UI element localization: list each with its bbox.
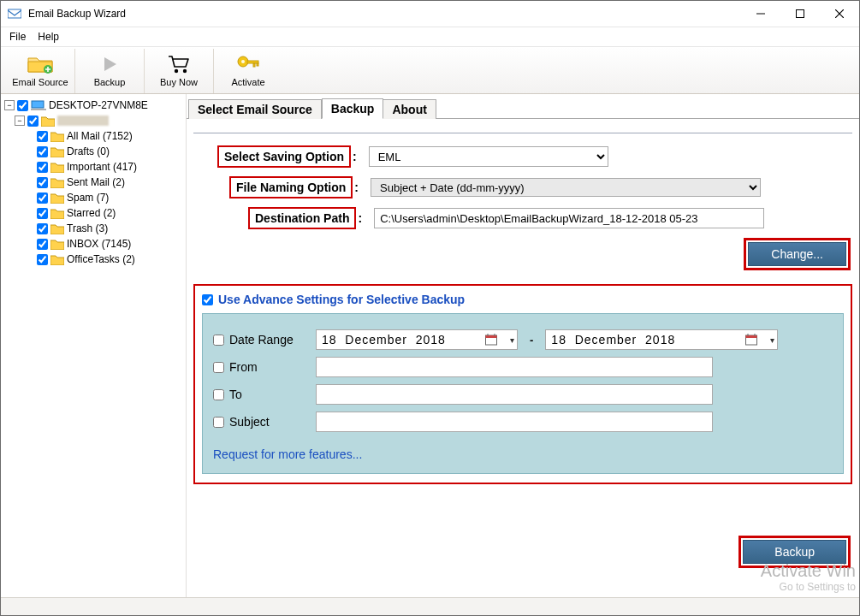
label-to: To xyxy=(229,388,242,401)
tree-root-item[interactable]: − DESKTOP-27VNM8E xyxy=(4,98,182,113)
key-icon xyxy=(236,53,260,75)
tree-account-item[interactable]: − xyxy=(15,113,182,128)
date-range-separator: - xyxy=(530,334,533,346)
tree-folder-label: Drafts (0) xyxy=(67,145,110,157)
label-date-range: Date Range xyxy=(229,333,294,346)
tree-folder-checkbox[interactable] xyxy=(37,162,48,173)
main-panel: Select Email Source Backup About Select … xyxy=(187,94,859,597)
tree-folder-label: Spam (7) xyxy=(67,192,109,204)
tree-folder-item[interactable]: Sent Mail (2) xyxy=(37,175,182,190)
svg-point-10 xyxy=(241,60,245,63)
menu-help[interactable]: Help xyxy=(38,31,59,43)
select-saving-option[interactable]: EML xyxy=(369,146,608,167)
chevron-down-icon[interactable]: ▾ xyxy=(510,335,514,345)
tree-folder-checkbox[interactable] xyxy=(37,177,48,188)
input-subject[interactable] xyxy=(316,412,713,432)
toolbar-email-source-label: Email Source xyxy=(12,77,68,87)
toolbar-email-source[interactable]: Email Source xyxy=(6,49,75,93)
tree-folder-checkbox[interactable] xyxy=(37,208,48,219)
colon: : xyxy=(354,181,359,194)
tree-folder-item[interactable]: OfficeTasks (2) xyxy=(37,252,182,267)
tree-folder-checkbox[interactable] xyxy=(37,146,48,157)
label-from: From xyxy=(229,360,258,374)
svg-point-7 xyxy=(175,69,178,73)
tree-folder-item[interactable]: Starred (2) xyxy=(37,205,182,221)
label-destination-path: Destination Path xyxy=(248,207,356,229)
tree-folder-label: Important (417) xyxy=(67,161,137,173)
expander-minus-icon[interactable]: − xyxy=(15,116,25,126)
tree-folder-checkbox[interactable] xyxy=(37,239,48,250)
tree-folder-checkbox[interactable] xyxy=(37,254,48,265)
toolbar-backup[interactable]: Backup xyxy=(75,49,145,93)
tree-folder-checkbox[interactable] xyxy=(37,223,48,234)
tab-backup[interactable]: Backup xyxy=(322,98,384,119)
label-saving-option: Select Saving Option xyxy=(217,145,351,168)
change-button-row: Change... xyxy=(193,238,851,270)
tree-root-checkbox[interactable] xyxy=(17,100,28,111)
tree-folder-checkbox[interactable] xyxy=(37,192,48,204)
calendar-icon[interactable] xyxy=(745,334,757,346)
tree-folder-item[interactable]: Spam (7) xyxy=(37,190,182,205)
tab-about[interactable]: About xyxy=(383,99,436,119)
maximize-button[interactable] xyxy=(780,1,820,27)
tree-folder-checkbox[interactable] xyxy=(37,131,48,142)
row-to: To xyxy=(213,384,833,405)
minimize-button[interactable] xyxy=(741,1,780,27)
expander-minus-icon[interactable]: − xyxy=(4,100,15,110)
tree-folder-item[interactable]: Drafts (0) xyxy=(37,144,182,159)
input-from[interactable] xyxy=(316,357,713,377)
tab-select-email-source[interactable]: Select Email Source xyxy=(188,99,322,119)
select-naming-option[interactable]: Subject + Date (dd-mm-yyyy) xyxy=(371,178,761,197)
toolbar: Email Source Backup Buy Now xyxy=(1,47,859,94)
svg-rect-13 xyxy=(257,63,258,66)
menu-file[interactable]: File xyxy=(9,31,26,43)
folder-icon xyxy=(50,208,64,219)
checkbox-advanced-toggle[interactable] xyxy=(202,294,213,305)
advanced-settings-box: Use Advance Settings for Selective Backu… xyxy=(193,284,852,484)
tree-folder-label: INBOX (7145) xyxy=(67,238,131,250)
tree-folder-label: All Mail (7152) xyxy=(67,130,133,142)
tree-account-label-blurred xyxy=(57,116,109,126)
svg-rect-14 xyxy=(32,101,44,108)
date-to-field[interactable]: ▾ xyxy=(545,329,778,350)
toolbar-activate[interactable]: Activate xyxy=(214,49,282,93)
svg-rect-21 xyxy=(746,335,757,338)
titlebar: Email Backup Wizard xyxy=(1,1,859,27)
toolbar-buy-now[interactable]: Buy Now xyxy=(145,49,214,93)
row-subject: Subject xyxy=(213,412,833,432)
folder-icon xyxy=(50,162,64,173)
checkbox-subject[interactable] xyxy=(213,417,224,428)
tree-folder-item[interactable]: All Mail (7152) xyxy=(37,128,182,144)
row-naming-option: File Naming Option : Subject + Date (dd-… xyxy=(193,176,852,198)
tree-panel: − DESKTOP-27VNM8E − xyxy=(1,94,187,597)
calendar-icon[interactable] xyxy=(485,334,497,346)
checkbox-date-range[interactable] xyxy=(213,335,224,346)
checkbox-from[interactable] xyxy=(213,362,224,373)
close-button[interactable] xyxy=(820,1,859,27)
folder-open-icon xyxy=(41,116,55,127)
tree-root-label: DESKTOP-27VNM8E xyxy=(49,99,148,111)
checkbox-to[interactable] xyxy=(213,389,224,400)
colon: : xyxy=(358,211,362,225)
backup-button[interactable]: Backup xyxy=(743,540,846,564)
chevron-down-icon[interactable]: ▾ xyxy=(770,335,774,345)
request-features-link[interactable]: Request for more features... xyxy=(213,447,362,461)
input-destination-path[interactable] xyxy=(374,208,764,228)
date-from-field[interactable]: ▾ xyxy=(316,329,518,350)
input-to[interactable] xyxy=(316,384,713,405)
row-from: From xyxy=(213,357,833,377)
tree-folder-label: Sent Mail (2) xyxy=(67,176,125,188)
row-destination-path: Destination Path : xyxy=(193,207,852,229)
input-date-to[interactable] xyxy=(545,329,778,350)
app-icon xyxy=(8,7,21,21)
tree-folder-item[interactable]: Important (417) xyxy=(37,159,182,175)
tree-folder-item[interactable]: INBOX (7145) xyxy=(37,236,182,252)
folder-icon xyxy=(50,239,64,250)
tree-account-checkbox[interactable] xyxy=(27,116,39,127)
svg-rect-12 xyxy=(253,63,255,67)
tree-folder-list: All Mail (7152) Drafts (0) xyxy=(37,128,182,267)
label-subject: Subject xyxy=(229,415,270,429)
change-button[interactable]: Change... xyxy=(748,242,846,266)
tree-folder-item[interactable]: Trash (3) xyxy=(37,221,182,236)
computer-icon xyxy=(31,100,46,110)
